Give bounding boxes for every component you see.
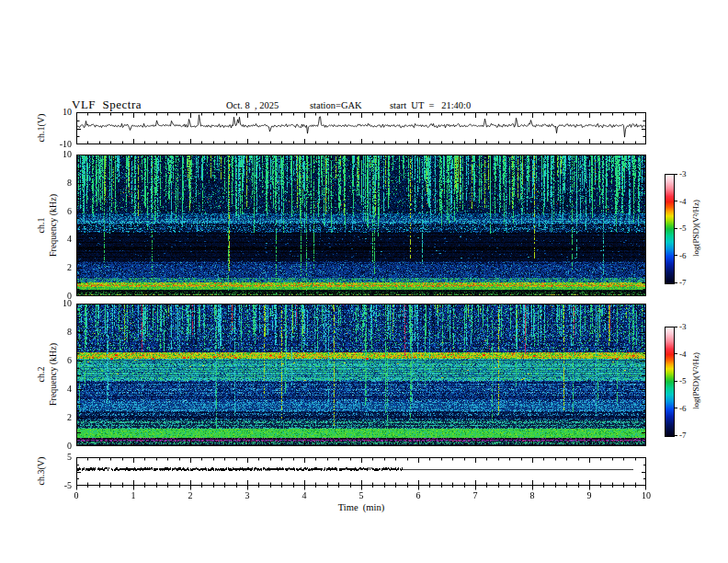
spec2-ytick-label: 0	[42, 441, 72, 451]
time-axis-tick-label: 9	[578, 490, 600, 500]
colorbar-tick-label: -7	[679, 278, 687, 287]
spec2-channel-axis-label: ch.2	[36, 367, 46, 383]
time-axis-tick-label: 4	[293, 490, 315, 500]
ch3wave-ytick-label: -5	[42, 480, 72, 490]
spec2-frequency-axis-label: Frequency (kHz)	[48, 343, 58, 406]
colorbar-tick-label: -4	[679, 350, 687, 359]
time-axis-label: Time (min)	[306, 502, 416, 512]
colorbar-tick	[674, 174, 677, 175]
colorbar-tick	[674, 282, 677, 283]
spec1-channel-axis-label: ch.1	[36, 218, 46, 234]
colorbar-tick-label: -5	[679, 224, 687, 233]
ch1wave-ytick-label: -10	[42, 139, 72, 149]
colorbar-tick-label: -3	[679, 322, 687, 331]
ch2-spectrogram-panel	[76, 304, 646, 446]
time-axis-tick-label: 10	[635, 490, 657, 500]
figure-title: VLF Spectra	[72, 98, 142, 112]
colorbar-1	[665, 174, 675, 284]
colorbar-tick	[674, 255, 677, 256]
spec1-ytick-label: 6	[42, 206, 72, 216]
colorbar-tick	[674, 381, 677, 382]
ch3-waveform-panel	[76, 457, 646, 493]
spec2-ytick-label: 8	[42, 327, 72, 337]
time-axis-tick-label: 8	[521, 490, 543, 500]
ch3wave-ytick-label: 5	[42, 452, 72, 462]
ch1-spectrogram-panel	[76, 155, 646, 296]
time-axis-tick-label: 6	[407, 490, 429, 500]
colorbar-1-label: log(PSD)(V²/Hz)	[691, 200, 700, 257]
colorbar-tick	[674, 353, 677, 354]
ch1-waveform-panel	[76, 112, 646, 144]
spec2-ytick-label: 4	[42, 384, 72, 394]
spec1-ytick-label: 4	[42, 234, 72, 244]
colorbar-tick-label: -5	[679, 376, 687, 385]
colorbar-2-label: log(PSD)(V²/Hz)	[691, 352, 700, 409]
spec1-ytick-label: 8	[42, 178, 72, 188]
ch1-voltage-axis-label: ch.1(V)	[36, 114, 46, 143]
time-axis-tick-label: 0	[65, 490, 87, 500]
time-axis-tick-label: 1	[122, 490, 144, 500]
figure-date: Oct. 8 , 2025	[226, 100, 279, 110]
colorbar-tick	[674, 408, 677, 408]
colorbar-tick	[674, 327, 677, 327]
ch1wave-ytick-label: 10	[42, 107, 72, 117]
colorbar-tick	[674, 201, 677, 201]
colorbar-tick	[674, 228, 677, 229]
spec1-ytick-label: 2	[42, 262, 72, 272]
spec2-ytick-label: 10	[42, 298, 72, 308]
time-axis-tick-label: 5	[350, 490, 372, 500]
colorbar-tick-label: -4	[679, 197, 687, 206]
colorbar-tick-label: -6	[679, 404, 687, 413]
start-ut-label: start UT = 21:40:0	[390, 100, 471, 110]
spec2-ytick-label: 6	[42, 355, 72, 365]
spec1-frequency-axis-label: Frequency (kHz)	[48, 194, 58, 257]
station-label: station=GAK	[310, 100, 362, 110]
colorbar-tick-label: -7	[679, 431, 687, 440]
time-axis-tick-label: 7	[464, 490, 486, 500]
vlf-spectra-figure: VLF Spectra Oct. 8 , 2025 station=GAK st…	[0, 0, 728, 563]
colorbar-tick	[674, 435, 677, 436]
colorbar-tick-label: -6	[679, 251, 687, 260]
time-axis-tick-label: 2	[179, 490, 201, 500]
spec1-ytick-label: 10	[42, 149, 72, 159]
colorbar-2	[665, 327, 675, 437]
time-axis-tick-label: 3	[236, 490, 258, 500]
spec2-ytick-label: 2	[42, 412, 72, 422]
colorbar-tick-label: -3	[679, 169, 687, 178]
